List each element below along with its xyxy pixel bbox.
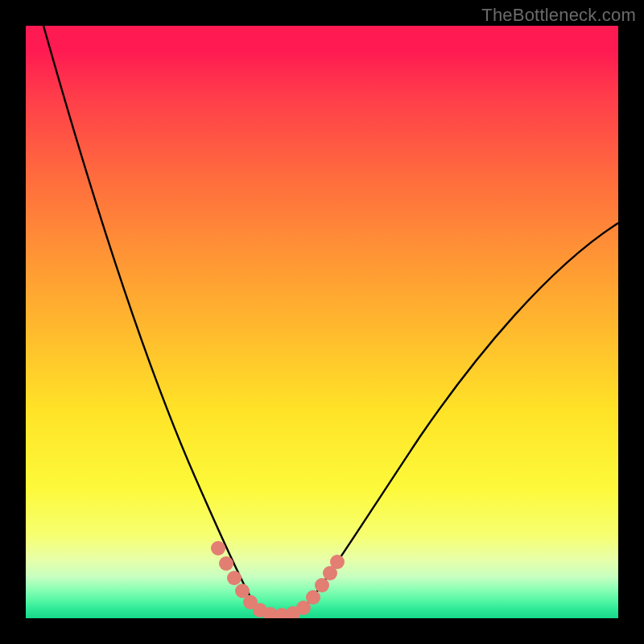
marker-dot: [227, 571, 242, 585]
plot-area: [26, 26, 618, 618]
marker-dot: [330, 555, 345, 569]
marker-dot: [219, 556, 233, 571]
marker-layer: [211, 541, 345, 618]
curve-layer: [43, 26, 618, 616]
marker-dot: [306, 590, 320, 605]
chart-svg: [26, 26, 618, 618]
bottleneck-curve: [43, 26, 618, 616]
watermark-text: TheBottleneck.com: [481, 5, 636, 26]
marker-dot: [211, 541, 225, 555]
outer-frame: TheBottleneck.com: [0, 0, 644, 644]
marker-dot: [315, 578, 329, 592]
